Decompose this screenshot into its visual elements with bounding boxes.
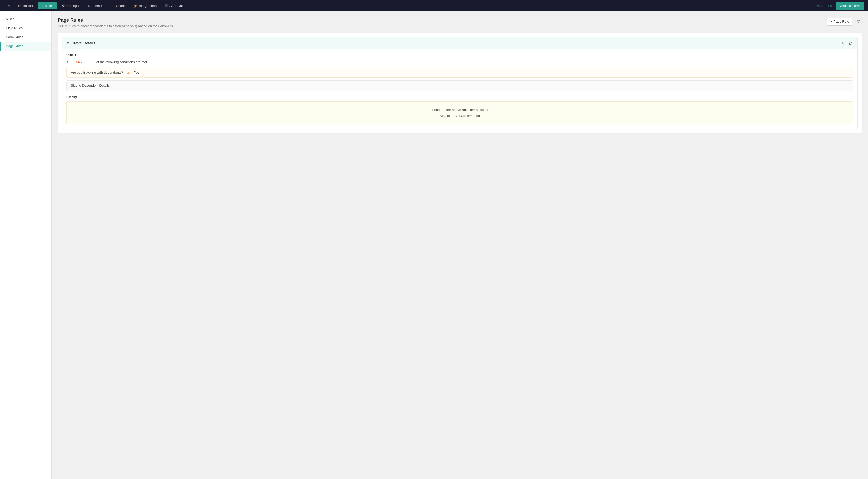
sidebar-label-field-rules: Field Rules [6,26,23,30]
page-header-text: Page Rules Set up rules to direct respon… [58,18,174,28]
rule-body: Rule 1 If — ANY — — of the following con… [62,49,858,129]
access-form-button[interactable]: Access Form [836,2,864,10]
condition-prefix: If — [66,60,72,64]
add-page-rule-button[interactable]: + Page Rule [827,18,852,26]
nav-item-builder[interactable]: ▤ Builder [14,2,37,9]
rules-icon: ≡ [41,4,43,8]
app-layout: Rules Field Rules Form Rules Page Rules … [0,11,868,479]
nav-label-builder: Builder [23,4,33,8]
condition-clause: If — ANY — — of the following conditions… [66,60,853,64]
sidebar-label-rules: Rules [6,17,14,21]
nav-label-rules: Rules [45,4,54,8]
home-icon: ⌂ [8,4,10,8]
condition-value: Yes [134,70,139,74]
sidebar-item-form-rules[interactable]: Form Rules [0,33,52,41]
nav-label-themes: Themes [91,4,103,8]
home-button[interactable]: ⌂ [4,1,13,10]
page-title: Page Rules [58,18,174,23]
section-header-actions: ✎ 🗑 [840,40,853,46]
trash-icon: 🗑 [848,41,852,45]
main-content: Page Rules Set up rules to direct respon… [52,11,868,479]
condition-any: ANY [75,60,83,64]
rule-label: Rule 1 [66,53,853,57]
filter-icon: ▽ [857,20,860,24]
pencil-icon: ✎ [841,41,844,45]
page-header: Page Rules Set up rules to direct respon… [58,18,862,28]
action-box: Skip to Dependent Details [66,80,853,91]
condition-field: Are you traveling with dependents? [71,70,123,74]
sidebar-item-page-rules[interactable]: Page Rules [0,41,52,50]
sidebar-label-page-rules: Page Rules [6,44,23,48]
finally-box: If none of the above rules are satisfied… [66,101,853,125]
section-title: Travel Details [72,41,95,45]
delete-section-button[interactable]: 🗑 [847,40,853,46]
condition-operator: Is [127,70,130,74]
edit-section-button[interactable]: ✎ [840,40,845,46]
finally-label: Finally [66,95,853,99]
section-header[interactable]: ▼ Travel Details ✎ 🗑 [62,37,858,49]
sidebar: Rules Field Rules Form Rules Page Rules [0,11,52,479]
nav-item-rules[interactable]: ≡ Rules [38,2,57,9]
chevron-down-icon: ▼ [66,41,69,45]
settings-icon: ⚙ [62,4,65,8]
condition-box: Are you traveling with dependents? Is Ye… [66,67,853,78]
action-label: Skip to Dependent Details [71,83,110,88]
sidebar-label-form-rules: Form Rules [6,35,23,39]
nav-label-settings: Settings [66,4,79,8]
sidebar-item-field-rules[interactable]: Field Rules [0,24,52,33]
nav-label-approvals: Approvals [169,4,184,8]
finally-line1: If none of the above rules are satisfied [71,107,849,113]
integrations-icon: ⚡ [133,4,137,8]
approvals-icon: ☰ [165,4,168,8]
section-header-left: ▼ Travel Details [66,41,95,45]
page-subtitle: Set up rules to direct respondents to di… [58,24,174,28]
finally-line2: Skip to Travel Confirmation [71,113,849,119]
sidebar-item-rules[interactable]: Rules [0,14,52,24]
nav-item-settings[interactable]: ⚙ Settings [58,2,82,9]
top-navigation: ⌂ ▤ Builder ≡ Rules ⚙ Settings ◎ Themes … [0,0,868,11]
filter-button[interactable]: ▽ [855,18,862,26]
rules-container: ▼ Travel Details ✎ 🗑 Rule 1 If — [58,33,862,133]
all-entries-link[interactable]: All Entries [817,4,832,8]
nav-label-integrations: Integrations [139,4,157,8]
nav-item-share[interactable]: ⬡ Share [108,2,129,9]
nav-item-integrations[interactable]: ⚡ Integrations [130,2,160,9]
builder-icon: ▤ [18,4,21,8]
condition-suffix: — of the following conditions are met [92,60,147,64]
nav-item-approvals[interactable]: ☰ Approvals [161,2,188,9]
themes-icon: ◎ [87,4,90,8]
condition-dash: — [86,60,89,64]
nav-label-share: Share [116,4,125,8]
header-actions: + Page Rule ▽ [827,18,862,26]
nav-item-themes[interactable]: ◎ Themes [83,2,107,9]
share-icon: ⬡ [112,4,115,8]
